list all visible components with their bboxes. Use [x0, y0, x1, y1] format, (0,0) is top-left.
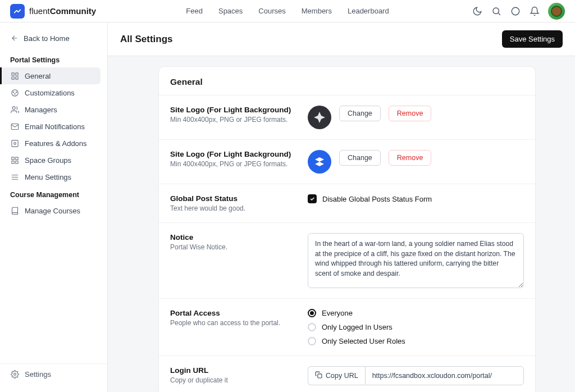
footer-settings-label: Settings — [25, 370, 51, 379]
svg-rect-16 — [15, 161, 17, 163]
radio-icon — [308, 309, 316, 317]
brand-text: fluentCommunity — [29, 6, 96, 16]
row-label: Notice — [170, 233, 296, 241]
copy-url-button[interactable]: Copy URL — [308, 366, 365, 385]
topbar: fluentCommunity Feed Spaces Courses Memb… — [0, 0, 575, 22]
svg-point-7 — [13, 92, 13, 92]
remove-logo-button[interactable]: Remove — [389, 150, 432, 166]
svg-point-10 — [12, 106, 15, 109]
row-site-logo-light-2: Site Logo (For Light Background) Min 400… — [159, 140, 535, 184]
row-label: Global Post Status — [170, 194, 296, 203]
row-label: Login URL — [170, 366, 296, 375]
mail-icon — [10, 122, 19, 131]
back-to-home[interactable]: Back to Home — [0, 30, 107, 51]
sidebar-item-label: Customizations — [25, 89, 75, 97]
book-icon — [10, 206, 19, 215]
row-global-post-status: Global Post Status Text here would be go… — [159, 184, 535, 223]
radio-everyone[interactable]: Everyone — [308, 309, 405, 317]
svg-rect-5 — [15, 76, 17, 79]
nav-spaces[interactable]: Spaces — [218, 7, 243, 15]
copy-icon — [315, 371, 322, 380]
avatar[interactable] — [548, 3, 565, 20]
sidebar-item-space-groups[interactable]: Space Groups — [0, 152, 107, 168]
menu-icon — [10, 172, 19, 181]
sidebar-item-label: Features & Addons — [25, 139, 87, 148]
sidebar-item-menu-settings[interactable]: Menu Settings — [0, 168, 107, 185]
sidebar-item-general[interactable]: General — [0, 67, 101, 84]
puzzle-icon — [10, 139, 19, 148]
row-label: Portal Access — [170, 309, 296, 317]
row-login-url: Login URL Copy or duplicate it Copy URL — [159, 356, 535, 392]
sidebar-item-label: Menu Settings — [25, 173, 71, 181]
row-sub: People who can access to the portal. — [170, 319, 296, 327]
page-header: All Settings Save Settings — [108, 22, 575, 56]
row-sub: Portal Wise Notice. — [170, 243, 296, 251]
search-icon[interactable] — [491, 6, 502, 17]
chat-icon[interactable] — [510, 6, 521, 17]
general-card: General Site Logo (For Light Background)… — [158, 66, 536, 392]
svg-point-6 — [11, 89, 17, 95]
svg-point-13 — [13, 142, 16, 144]
page-title: All Settings — [120, 34, 173, 45]
brand-mark-icon — [10, 4, 25, 19]
sidebar-item-label: Space Groups — [25, 156, 71, 165]
sidebar-item-label: Email Notifications — [25, 122, 85, 131]
nav-courses[interactable]: Courses — [258, 7, 285, 15]
change-logo-button[interactable]: Change — [339, 106, 381, 121]
svg-point-9 — [14, 93, 15, 94]
sidebar-item-email-notifications[interactable]: Email Notifications — [0, 118, 107, 135]
radio-icon — [308, 337, 316, 345]
change-logo-button[interactable]: Change — [339, 150, 381, 166]
row-portal-access: Portal Access People who can access to t… — [159, 299, 535, 356]
svg-point-8 — [16, 92, 16, 92]
nav-feed[interactable]: Feed — [186, 7, 203, 15]
radio-logged-in[interactable]: Only Logged In Users — [308, 323, 405, 331]
nav-leaderboard[interactable]: Leaderboard — [348, 7, 389, 15]
sidebar-item-features-addons[interactable]: Features & Addons — [0, 135, 107, 152]
sidebar-item-managers[interactable]: Managers — [0, 101, 107, 118]
users-icon — [10, 105, 19, 114]
top-nav: Feed Spaces Courses Members Leaderboard — [186, 7, 389, 15]
disable-posts-label: Disable Global Posts Status Form — [322, 195, 432, 203]
svg-rect-3 — [15, 72, 17, 75]
gear-icon — [10, 370, 19, 379]
radio-label: Everyone — [322, 309, 353, 317]
top-icons — [472, 3, 565, 20]
brand-logo[interactable]: fluentCommunity — [10, 4, 96, 19]
svg-rect-12 — [11, 140, 17, 146]
svg-rect-19 — [318, 374, 322, 378]
moon-icon[interactable] — [472, 6, 483, 17]
login-url-input[interactable] — [365, 366, 524, 385]
sidebar-item-manage-courses[interactable]: Manage Courses — [0, 202, 107, 219]
nav-members[interactable]: Members — [302, 7, 332, 15]
radio-selected-roles[interactable]: Only Selected User Roles — [308, 337, 405, 345]
notice-textarea[interactable] — [308, 233, 524, 288]
svg-rect-2 — [11, 72, 13, 75]
remove-logo-button[interactable]: Remove — [389, 106, 432, 121]
svg-rect-4 — [11, 76, 13, 79]
svg-rect-14 — [11, 157, 13, 159]
row-notice: Notice Portal Wise Notice. — [159, 223, 535, 299]
sidebar: Back to Home Portal Settings General Cus… — [0, 22, 108, 392]
row-sub: Text here would be good. — [170, 204, 296, 212]
arrow-left-icon — [10, 34, 19, 43]
save-settings-button[interactable]: Save Settings — [502, 30, 563, 48]
radio-icon — [308, 323, 316, 331]
svg-point-0 — [493, 8, 499, 14]
section-portal-settings: Portal Settings — [0, 51, 107, 67]
logo-preview-dark — [308, 106, 331, 129]
sidebar-item-customizations[interactable]: Customizations — [0, 84, 107, 101]
bell-icon[interactable] — [529, 6, 540, 17]
general-heading: General — [159, 67, 535, 95]
svg-point-18 — [13, 373, 16, 375]
sidebar-item-label: General — [25, 72, 51, 80]
svg-rect-15 — [15, 157, 17, 159]
general-icon — [10, 71, 19, 80]
logo-preview-blue — [308, 150, 331, 174]
row-label: Site Logo (For Light Background) — [170, 150, 296, 158]
row-sub: Min 400x400px, PNG or JPEG formats. — [170, 160, 296, 168]
disable-posts-checkbox[interactable] — [308, 194, 317, 203]
sidebar-item-label: Managers — [25, 106, 57, 114]
footer-settings[interactable]: Settings — [0, 363, 107, 384]
palette-icon — [10, 88, 19, 97]
